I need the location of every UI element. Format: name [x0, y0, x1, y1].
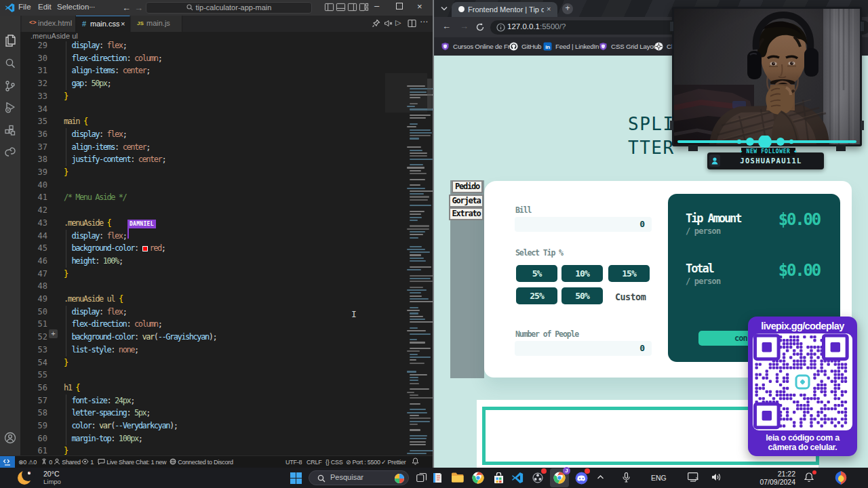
toggle-panel-icon[interactable] — [336, 2, 347, 13]
people-input[interactable]: 0 — [515, 341, 652, 356]
status-errors[interactable]: ⊗0 ⚠0 — [18, 458, 37, 467]
file-explorer-icon[interactable] — [450, 470, 466, 486]
chrome-icon[interactable] — [470, 470, 486, 486]
status-discord[interactable]: Connected to Discord — [170, 458, 233, 467]
status-viewers[interactable]: 1 — [81, 458, 94, 467]
qr-title: livepix.gg/codeplay — [748, 321, 857, 331]
line-number: 52 — [20, 331, 47, 344]
remote-indicator[interactable] — [0, 456, 15, 468]
status-ports[interactable]: 0 — [41, 458, 52, 467]
menu-item-extrato[interactable]: Extrato — [449, 207, 484, 220]
search-icon[interactable] — [3, 56, 18, 71]
menu-item-gorjeta[interactable]: Gorjeta — [449, 195, 484, 207]
ms-store-icon[interactable] — [490, 470, 507, 486]
start-button[interactable] — [288, 470, 304, 486]
tray-date: 07/09/2024 — [736, 478, 795, 486]
pin-editor-icon[interactable] — [372, 19, 380, 28]
window-minimize-icon[interactable]: – — [374, 1, 379, 11]
bookmark-item[interactable]: inFeed | LinkedIn — [543, 41, 599, 52]
tip-15-button[interactable]: 15% — [608, 265, 650, 282]
status-port[interactable]: ⊘ Port : 5500 — [346, 458, 380, 467]
tip-50-button[interactable]: 50% — [561, 287, 603, 304]
account-icon[interactable] — [3, 430, 18, 445]
tip-5-button[interactable]: 5% — [516, 265, 557, 282]
tray-language[interactable]: ENG — [651, 474, 667, 482]
tab-main-css[interactable]: # main.css × — [76, 16, 130, 32]
status-liveshare-chat[interactable]: Live Share Chat: 1 new — [98, 458, 166, 467]
browser-forward-icon[interactable]: → — [460, 21, 469, 31]
browser-back-icon[interactable]: ← — [442, 21, 451, 31]
run-live-server-icon[interactable]: ▷ — [395, 18, 401, 27]
bill-input[interactable]: 0 — [515, 217, 652, 232]
tray-clock[interactable]: 21:22 07/09/2024 — [736, 470, 795, 486]
customize-layout-icon[interactable] — [359, 2, 370, 13]
notebook-app-icon[interactable] — [429, 470, 446, 486]
tip-10-button[interactable]: 10% — [561, 265, 603, 282]
toggle-secondary-sidebar-icon[interactable] — [347, 2, 358, 13]
site-info-icon[interactable] — [496, 23, 505, 32]
status-language[interactable]: {} CSS — [326, 458, 343, 467]
code-text: font-size: 24px; — [64, 394, 134, 407]
menu-edit[interactable]: Edit — [38, 3, 52, 11]
run-debug-icon[interactable] — [3, 100, 18, 115]
vscode-search-box[interactable]: tip-calculator-app-main — [146, 2, 312, 14]
browser-reload-icon[interactable] — [475, 22, 485, 32]
bookmark-item[interactable]: GitHub — [509, 41, 541, 52]
split-editor-icon[interactable] — [408, 19, 416, 28]
discord-icon[interactable] — [573, 470, 589, 486]
breadcrumb[interactable]: .menuAside ul — [20, 32, 433, 41]
code-text: } — [64, 166, 68, 179]
cast-screen-icon[interactable] — [688, 472, 699, 482]
add-comment-icon[interactable]: + — [49, 329, 58, 338]
tab-close-icon[interactable]: × — [547, 5, 551, 13]
menu-selection[interactable]: Selection — [57, 3, 89, 11]
minimap-line — [410, 342, 425, 343]
mute-icon[interactable] — [384, 19, 393, 28]
source-control-icon[interactable] — [3, 79, 18, 94]
browser-tab[interactable]: Frontend Mentor | Tip calculato × — [452, 2, 557, 17]
minimap[interactable] — [406, 83, 433, 455]
status-eol[interactable]: CRLF — [307, 458, 322, 467]
tab-main-js[interactable]: JS main.js — [131, 16, 182, 32]
status-encoding[interactable]: UTF-8 — [285, 458, 302, 467]
explorer-icon[interactable] — [3, 33, 18, 48]
live-share-icon[interactable] — [3, 144, 18, 159]
search-tabs-icon[interactable] — [441, 6, 448, 11]
tab-index-html[interactable]: <> index.html — [22, 16, 76, 32]
task-view-icon[interactable] — [414, 470, 430, 486]
vscode-taskbar-icon[interactable] — [509, 470, 526, 486]
tip-custom-button[interactable]: Custom — [615, 291, 646, 302]
tray-expand-icon[interactable] — [597, 474, 604, 480]
bookmark-item[interactable]: CSS Grid Layout — [599, 41, 659, 52]
status-formatter[interactable]: ✓ Prettier — [381, 458, 406, 467]
js-file-icon: JS — [137, 20, 144, 26]
minimap-slider[interactable] — [385, 73, 427, 113]
editor-scrollbar[interactable] — [427, 79, 432, 110]
chrome-active-icon[interactable]: J — [550, 468, 569, 487]
menu-item-pedido[interactable]: Pedido — [452, 180, 483, 193]
window-maximize-icon[interactable] — [396, 3, 403, 9]
notifications-icon[interactable] — [804, 472, 814, 483]
window-close-icon[interactable]: × — [417, 1, 422, 12]
menu-more[interactable]: ··· — [89, 3, 95, 11]
nav-forward-icon[interactable]: → — [134, 3, 143, 13]
tab-close-icon[interactable]: × — [121, 20, 125, 28]
new-tab-icon[interactable]: + — [562, 3, 573, 14]
code-editor[interactable]: 29display: flex;30flex-direction: column… — [20, 41, 433, 455]
minimap-line — [410, 278, 431, 279]
notifications-bell-icon[interactable] — [412, 458, 419, 468]
corner-app-icon[interactable] — [833, 470, 849, 486]
menu-file[interactable]: File — [18, 3, 31, 11]
toggle-sidebar-icon[interactable] — [324, 2, 335, 13]
bookmark-item[interactable]: Cursos Online de Fr... — [441, 41, 515, 52]
status-shared[interactable]: Shared — [54, 458, 81, 467]
microphone-icon[interactable] — [623, 472, 630, 483]
line-number: 49 — [20, 293, 47, 306]
obs-icon[interactable] — [530, 470, 546, 486]
tip-25-button[interactable]: 25% — [516, 287, 557, 304]
nav-back-icon[interactable]: ← — [122, 3, 131, 13]
extensions-icon[interactable] — [3, 123, 18, 138]
line-number: 44 — [20, 230, 47, 243]
speaker-icon[interactable] — [711, 472, 722, 482]
editor-more-actions-icon[interactable]: ⋯ — [420, 17, 427, 26]
